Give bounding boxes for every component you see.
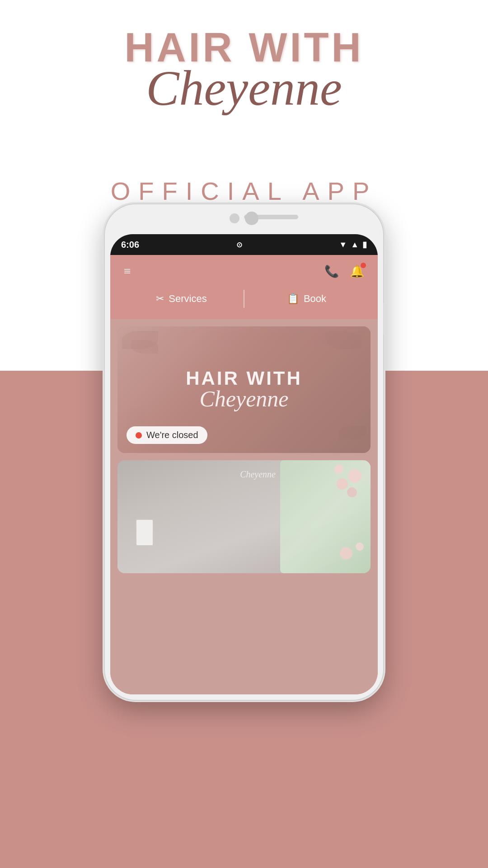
hero-background: HAIR WITH Cheyenne We're closed	[117, 326, 371, 453]
book-tab-label: Book	[304, 293, 326, 305]
second-card-content: Cheyenne	[117, 460, 371, 573]
app-content[interactable]: HAIR WITH Cheyenne We're closed	[110, 319, 378, 694]
official-app-label: OFFICIAL APP	[111, 176, 377, 206]
lantern-decoration	[136, 519, 154, 560]
flowers-decoration	[280, 460, 371, 573]
nav-tabs: ✂ Services 📋 Book	[110, 288, 378, 319]
hero-cheyenne-text: Cheyenne	[186, 386, 302, 412]
header-right-icons: 📞 🔔	[324, 264, 364, 278]
phone-outer: 6:06 ⊙ ▼ ▲ ▮ ≡ 📞 🔔	[104, 203, 384, 701]
status-bar: 6:06 ⊙ ▼ ▲ ▮	[110, 234, 378, 255]
wifi-icon: ▼	[339, 240, 347, 250]
status-notification-icon: ⊙	[236, 241, 242, 249]
logo-cheyenne: Cheyenne	[108, 63, 380, 113]
scissors-icon: ✂	[156, 293, 164, 305]
signal-icon: ▲	[351, 240, 359, 250]
notification-dot	[361, 263, 366, 268]
phone-screen: 6:06 ⊙ ▼ ▲ ▮ ≡ 📞 🔔	[110, 234, 378, 694]
phone-icon: 📞	[324, 265, 339, 278]
second-card: Cheyenne	[117, 460, 371, 573]
book-icon: 📋	[287, 293, 299, 305]
battery-icon: ▮	[362, 240, 367, 250]
phone-camera-left	[230, 213, 239, 223]
phone-button[interactable]: 📞	[324, 264, 339, 278]
hero-banner: HAIR WITH Cheyenne We're closed	[117, 326, 371, 453]
closed-badge: We're closed	[127, 426, 207, 444]
phone-mockup: 6:06 ⊙ ▼ ▲ ▮ ≡ 📞 🔔	[104, 203, 384, 701]
tab-services[interactable]: ✂ Services	[119, 288, 244, 310]
cheyenne-sign: Cheyenne	[240, 469, 276, 480]
notification-button[interactable]: 🔔	[350, 264, 364, 278]
services-tab-label: Services	[169, 293, 206, 305]
app-header: ≡ 📞 🔔	[110, 255, 378, 288]
status-time: 6:06	[121, 240, 139, 250]
status-icons: ▼ ▲ ▮	[339, 240, 367, 250]
closed-text: We're closed	[146, 430, 198, 440]
closed-dot	[136, 432, 142, 439]
phone-side-button	[383, 303, 384, 335]
phone-camera-right	[245, 212, 258, 225]
menu-button[interactable]: ≡	[124, 264, 131, 278]
phone-top-bar	[230, 212, 258, 225]
tab-book[interactable]: 📋 Book	[244, 288, 369, 310]
hero-logo: HAIR WITH Cheyenne	[186, 368, 302, 412]
logo-area: HAIR WITH Cheyenne	[108, 27, 380, 113]
